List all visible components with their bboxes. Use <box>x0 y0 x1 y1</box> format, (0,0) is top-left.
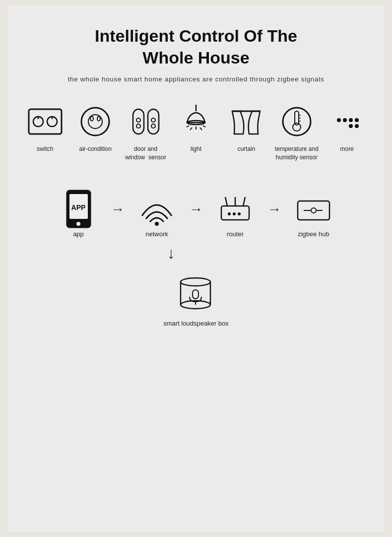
svg-point-51 <box>181 278 210 286</box>
device-switch: switch <box>22 103 67 153</box>
arrow-3: → <box>267 201 281 227</box>
flow-smart-speaker: smart loudspeaker box <box>163 271 229 327</box>
svg-point-29 <box>337 118 341 122</box>
flow-network: network <box>127 192 187 238</box>
temp-humidity-icon <box>278 103 315 140</box>
smart-speaker-label: smart loudspeaker box <box>163 320 229 327</box>
svg-point-33 <box>349 124 353 128</box>
svg-point-38 <box>76 222 80 226</box>
flow-section: APP app → network <box>22 192 370 327</box>
device-more: more <box>325 103 370 153</box>
svg-point-8 <box>97 116 100 121</box>
svg-line-21 <box>203 126 205 127</box>
svg-point-13 <box>151 118 155 122</box>
svg-line-18 <box>190 128 192 130</box>
curtain-label: curtain <box>237 145 255 153</box>
svg-point-7 <box>90 116 93 121</box>
svg-line-19 <box>200 128 202 130</box>
app-icon: APP <box>59 192 98 226</box>
svg-point-48 <box>311 208 316 213</box>
more-label: more <box>340 145 354 153</box>
svg-point-14 <box>151 124 155 128</box>
zigbee-hub-icon <box>294 192 333 226</box>
svg-point-11 <box>136 124 140 128</box>
svg-rect-55 <box>193 290 198 299</box>
arrow-2: → <box>189 201 203 227</box>
svg-rect-47 <box>298 201 329 220</box>
svg-line-43 <box>243 197 245 206</box>
svg-text:APP: APP <box>71 203 85 211</box>
device-temp-humidity: temperature andhumidity sensor <box>274 103 319 162</box>
curtain-icon <box>228 103 265 140</box>
arrow-1: → <box>111 201 125 227</box>
smart-speaker-icon <box>174 271 218 316</box>
device-door-window: door andwindow sensor <box>123 103 168 162</box>
svg-point-39 <box>155 222 159 226</box>
svg-point-44 <box>228 212 231 215</box>
svg-point-5 <box>81 108 109 135</box>
page: Intelligent Control Of The Whole House t… <box>7 5 385 532</box>
main-title: Intelligent Control Of The Whole House <box>95 25 297 68</box>
device-curtain: curtain <box>224 103 269 153</box>
svg-point-46 <box>238 212 241 215</box>
svg-point-34 <box>355 124 359 128</box>
device-light: light <box>173 103 218 153</box>
router-icon <box>215 192 255 226</box>
svg-point-30 <box>343 118 347 122</box>
svg-point-10 <box>136 118 140 122</box>
switch-icon <box>26 103 64 140</box>
subtitle: the whole house smart home appliances ar… <box>68 75 325 83</box>
svg-point-45 <box>233 212 236 215</box>
flow-app: APP app <box>49 192 108 238</box>
router-label: router <box>227 230 244 238</box>
svg-point-25 <box>293 123 301 131</box>
arrow-down: ↓ <box>167 245 175 261</box>
flow-zigbee-hub: zigbee hub <box>284 192 343 238</box>
device-air-condition: air-condition <box>72 103 118 153</box>
zigbee-hub-label: zigbee hub <box>298 230 329 238</box>
light-icon <box>177 103 214 140</box>
app-label: app <box>73 230 84 238</box>
light-label: light <box>191 145 201 153</box>
door-window-icon <box>127 103 164 140</box>
temp-humidity-label: temperature andhumidity sensor <box>275 145 319 162</box>
svg-line-20 <box>187 126 189 127</box>
flow-row-1: APP app → network <box>49 192 343 238</box>
air-condition-label: air-condition <box>79 145 111 153</box>
devices-row: switch air-condition <box>22 103 370 162</box>
svg-line-41 <box>225 197 227 206</box>
network-label: network <box>145 230 168 238</box>
flow-router: router <box>205 192 265 238</box>
svg-point-32 <box>355 118 359 122</box>
air-condition-icon <box>77 103 114 140</box>
more-icon <box>328 103 366 140</box>
switch-label: switch <box>37 145 53 153</box>
svg-point-31 <box>349 118 353 122</box>
network-icon <box>137 192 177 226</box>
door-window-label: door andwindow sensor <box>125 145 166 162</box>
